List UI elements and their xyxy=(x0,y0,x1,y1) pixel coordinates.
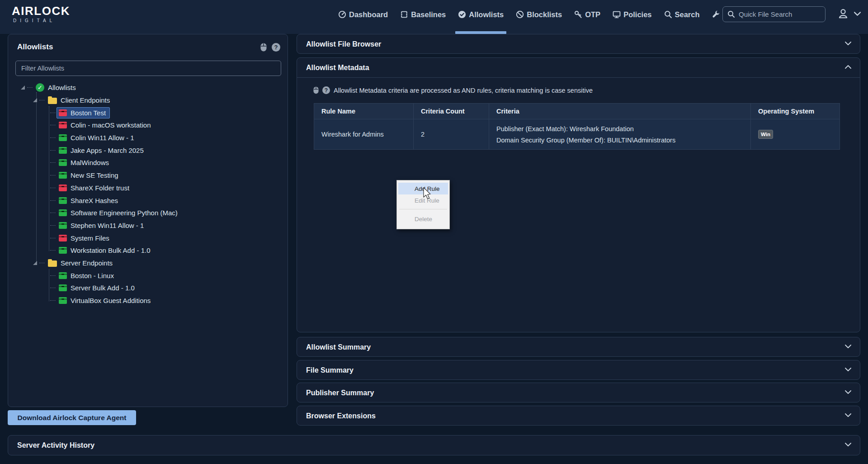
nav-search[interactable]: Search xyxy=(664,10,700,19)
main-nav: Dashboard Baselines Allowlists Blocklist… xyxy=(338,0,752,29)
tree-item-allowlist[interactable]: ShareX Hashes xyxy=(8,194,285,207)
chevron-down-icon[interactable] xyxy=(844,344,852,349)
tree-connector xyxy=(50,238,56,238)
tree-connector xyxy=(39,100,45,100)
download-capture-agent-button[interactable]: Download Airlock Capture Agent xyxy=(8,410,136,425)
tree-item-allowlist[interactable]: Boston - Linux xyxy=(8,269,285,282)
quick-file-search[interactable] xyxy=(722,6,826,22)
tree-item-label: System Files xyxy=(71,234,109,242)
chevron-down-icon[interactable] xyxy=(844,367,852,372)
filter-allowlists-input[interactable] xyxy=(15,61,281,76)
user-icon xyxy=(837,8,849,19)
criteria-line: Publisher (Exact Match): Wireshark Found… xyxy=(496,125,634,133)
context-menu-separator xyxy=(399,209,447,209)
criteria-count-cell: 2 xyxy=(414,119,489,149)
tree-item-allowlist[interactable]: ShareX Folder trust xyxy=(8,182,285,194)
user-menu[interactable] xyxy=(837,8,861,19)
tree-item-allowlist[interactable]: Colin Win11 Allow - 1 xyxy=(8,132,285,144)
nav-label: Dashboard xyxy=(349,10,388,19)
tree-item-allowlist[interactable]: New SE Testing xyxy=(8,169,285,182)
tree-item-label: Boston - Linux xyxy=(71,272,114,279)
nav-dashboard[interactable]: Dashboard xyxy=(338,10,388,19)
allowlist-box-icon xyxy=(59,109,67,116)
rule-name-cell: Wireshark for Admins xyxy=(314,119,414,149)
panel-title: Allowlist Metadata xyxy=(306,64,369,72)
chevron-up-icon[interactable] xyxy=(844,65,852,69)
tree-item-allowlist[interactable]: Stephen Win11 Allow - 1 xyxy=(8,219,285,232)
tree-item-allowlist[interactable]: Colin - macOS workstation xyxy=(8,119,285,132)
tree-expander-icon[interactable] xyxy=(21,85,25,90)
tree-item-allowlist[interactable]: Boston Test xyxy=(8,106,285,119)
server-activity-header[interactable]: Server Activity History xyxy=(8,436,860,455)
chevron-down-icon[interactable] xyxy=(844,413,852,417)
wrench-icon xyxy=(712,10,720,19)
tree-expander-icon[interactable] xyxy=(33,98,37,102)
publisher-summary-header[interactable]: Publisher Summary xyxy=(297,383,860,403)
help-icon[interactable] xyxy=(272,43,280,52)
metadata-header[interactable]: Allowlist Metadata xyxy=(297,58,860,78)
tree-connector xyxy=(50,188,56,188)
chevron-down-icon[interactable] xyxy=(844,442,852,447)
tree-connector xyxy=(50,137,56,138)
context-menu-item-edit-rule[interactable]: Edit Rule xyxy=(398,194,448,206)
allowlist-box-icon xyxy=(59,247,67,254)
tree-connector xyxy=(50,213,56,213)
metadata-rules-table: Rule Name Criteria Count Criteria Operat… xyxy=(314,103,840,150)
allowlist-box-icon xyxy=(59,272,67,279)
context-menu-item-delete[interactable]: Delete xyxy=(398,213,448,225)
tree-item-allowlist[interactable]: System Files xyxy=(8,232,285,244)
file-browser-header[interactable]: Allowlist File Browser xyxy=(297,34,860,54)
chevron-down-icon[interactable] xyxy=(844,41,852,46)
allowlist-summary-header[interactable]: Allowlist Summary xyxy=(297,337,860,357)
metadata-info-line: Allowlist Metadata criteria are processe… xyxy=(313,86,593,94)
table-header-row: Rule Name Criteria Count Criteria Operat… xyxy=(314,104,840,119)
help-icon[interactable] xyxy=(322,86,330,94)
allowlist-box-icon xyxy=(59,297,67,304)
tree-item-client-endpoints[interactable]: Client Endpoints xyxy=(8,94,285,107)
tree-connector xyxy=(50,288,56,288)
tree-item-allowlist[interactable]: Software Engineering Python (Mac) xyxy=(8,207,285,219)
tree-item-allowlist[interactable]: Workstation Bulk Add - 1.0 xyxy=(8,244,285,257)
tree-item-label: Software Engineering Python (Mac) xyxy=(71,209,178,217)
publisher-summary-panel: Publisher Summary xyxy=(297,383,860,402)
tree-item-server-endpoints[interactable]: Server Endpoints xyxy=(8,257,285,270)
allowlist-tree: Allowlists Client Endpoints Boston Test … xyxy=(8,81,285,307)
tree-item-allowlists-root[interactable]: Allowlists xyxy=(8,81,285,94)
allowlist-metadata-panel: Allowlist Metadata Allowlist Metadata cr… xyxy=(297,57,860,332)
allowlist-box-icon xyxy=(59,159,67,166)
panel-title: Publisher Summary xyxy=(306,389,374,397)
nav-otp[interactable]: OTP xyxy=(574,10,600,19)
top-bar: AIRLOCK DIGITAL Dashboard Baselines Allo… xyxy=(0,0,868,34)
sidebar-title: Allowlists xyxy=(17,43,53,52)
table-row[interactable]: Wireshark for Admins 2 Publisher (Exact … xyxy=(314,119,840,149)
context-menu-item-add-rule[interactable]: Add Rule xyxy=(398,183,448,194)
tree-item-label: Server Endpoints xyxy=(61,259,113,267)
browser-extensions-header[interactable]: Browser Extensions xyxy=(297,406,860,426)
nav-label: OTP xyxy=(585,10,600,19)
quick-file-search-input[interactable] xyxy=(739,10,816,18)
chevron-down-icon[interactable] xyxy=(844,390,852,394)
search-icon xyxy=(664,10,672,19)
tree-item-allowlist[interactable]: Server Bulk Add - 1.0 xyxy=(8,282,285,294)
folder-icon xyxy=(48,260,57,267)
tree-item-label: MalWindows xyxy=(71,159,109,166)
nav-blocklists[interactable]: Blocklists xyxy=(516,10,562,19)
tree-item-allowlist[interactable]: VirtualBox Guest Additions xyxy=(8,294,285,307)
tree-expander-icon[interactable] xyxy=(33,261,37,265)
tree-connector xyxy=(50,275,56,276)
tree-item-label: Server Bulk Add - 1.0 xyxy=(71,284,135,292)
logo-title: AIRLOCK xyxy=(12,5,70,17)
tree-item-allowlist[interactable]: MalWindows xyxy=(8,156,285,169)
tree-item-label: VirtualBox Guest Additions xyxy=(71,297,151,304)
nav-allowlists[interactable]: Allowlists xyxy=(458,10,504,19)
tree-connector xyxy=(50,300,56,301)
tree-item-allowlist[interactable]: Jake Apps - March 2025 xyxy=(8,144,285,156)
tree-item-label: Allowlists xyxy=(48,84,76,91)
tree-connector xyxy=(50,175,56,175)
nav-policies[interactable]: Policies xyxy=(613,10,651,19)
allowlist-box-icon xyxy=(59,197,67,204)
nav-baselines[interactable]: Baselines xyxy=(400,10,446,19)
file-summary-header[interactable]: File Summary xyxy=(297,360,860,380)
allowlist-box-icon xyxy=(59,284,67,291)
tree-connector xyxy=(39,263,45,263)
